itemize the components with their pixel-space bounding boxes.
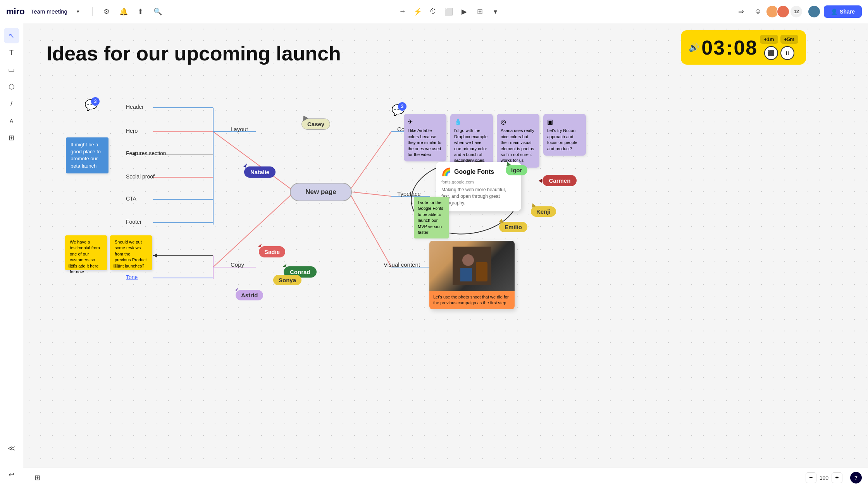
reaction-icon[interactable]: ☺ bbox=[751, 5, 765, 19]
social-proof-item: Social proof bbox=[126, 173, 155, 180]
chat-bubble-badge-2: 3 bbox=[398, 102, 406, 111]
timer-add-1m[interactable]: +1m bbox=[760, 35, 778, 44]
page-title: Ideas for our upcoming launch bbox=[46, 42, 341, 65]
footer-item: Footer bbox=[126, 219, 141, 225]
timer-sound-icon[interactable]: 🔊 bbox=[689, 43, 699, 53]
undo-tool[interactable]: ↩ bbox=[4, 467, 19, 482]
airtable-card: ✈ I like Airtable colors because they ar… bbox=[404, 114, 446, 161]
testimonial-sticky: We have a testimonial from one of our cu… bbox=[65, 235, 107, 270]
features-item: Features section bbox=[126, 150, 166, 156]
timer-icon[interactable]: ⏱ bbox=[426, 5, 440, 19]
avatar-2[interactable] bbox=[777, 5, 790, 18]
frame-icon[interactable]: ⬜ bbox=[442, 5, 456, 19]
zoom-out-button[interactable]: − bbox=[806, 472, 816, 483]
cta-item: CTA bbox=[126, 195, 136, 202]
chat-bubble-1[interactable]: 💬 3 bbox=[84, 99, 98, 111]
current-user-avatar[interactable] bbox=[808, 5, 821, 18]
svg-line-10 bbox=[349, 132, 391, 192]
natalie-label: Natalie bbox=[244, 166, 276, 178]
google-fonts-url: fonts.google.com bbox=[441, 180, 516, 184]
layout-branch-label: Layout bbox=[231, 126, 248, 132]
zoom-controls: − 100 + ? bbox=[806, 472, 862, 484]
tone-item[interactable]: Tone bbox=[126, 274, 138, 280]
board-dropdown-icon[interactable]: ▾ bbox=[72, 5, 84, 18]
avatar-group: 12 bbox=[768, 5, 803, 18]
carmen-label: Carmen bbox=[542, 175, 577, 186]
emilio-cursor: Emilio bbox=[499, 219, 527, 232]
share-label: Share bbox=[840, 9, 855, 15]
board-name[interactable]: Team meeting bbox=[31, 8, 67, 15]
toolbar-right: ⇒ ☺ 12 👤 Share bbox=[734, 5, 862, 19]
help-button[interactable]: ? bbox=[850, 472, 862, 484]
vote-sticky: I vote for the Google Fonts to be able t… bbox=[414, 197, 449, 238]
timer-stop-button[interactable]: ⬛ bbox=[764, 46, 778, 60]
astrid-cursor: Astrid bbox=[236, 287, 263, 300]
typeface-branch-label: Typeface bbox=[397, 190, 421, 197]
center-node[interactable]: New page bbox=[290, 183, 352, 201]
avatar-count[interactable]: 12 bbox=[790, 5, 803, 18]
timer-pause-button[interactable]: ⏸ bbox=[780, 46, 794, 60]
text-tool[interactable]: T bbox=[4, 45, 19, 60]
svg-point-23 bbox=[462, 254, 474, 266]
kenji-label: Kenji bbox=[531, 206, 556, 217]
visual-content-card[interactable]: Let's use the photo shoot that we did fo… bbox=[429, 241, 515, 309]
visual-content-branch-label: Visual content bbox=[384, 261, 420, 268]
shape-tool[interactable]: ⬡ bbox=[4, 79, 19, 94]
google-fonts-subtitle: Making the web more beautiful, fast, and… bbox=[441, 187, 516, 206]
dropbox-card: 💧 I'd go with the Dropbox example when w… bbox=[450, 114, 493, 168]
marker-tool[interactable]: A bbox=[4, 113, 19, 129]
arrow-tool-icon[interactable]: → bbox=[395, 5, 409, 19]
follow-icon[interactable]: ⇒ bbox=[734, 5, 748, 19]
svg-rect-24 bbox=[460, 268, 472, 281]
canvas: 🔊 03 : 08 +1m +5m ⬛ ⏸ Ideas for our upco… bbox=[23, 23, 868, 468]
notifications-icon[interactable]: 🔔 bbox=[117, 5, 130, 18]
testimonial-text: We have a testimonial from one of our cu… bbox=[70, 240, 100, 274]
upload-icon[interactable]: ⬆ bbox=[134, 5, 147, 18]
image-placeholder bbox=[429, 241, 515, 291]
timer-colon: : bbox=[726, 36, 733, 59]
svg-marker-17 bbox=[153, 254, 157, 257]
zoom-value: 100 bbox=[820, 475, 828, 481]
toggle-sidebar-icon[interactable]: ⊞ bbox=[29, 470, 45, 485]
hero-item: Hero bbox=[126, 128, 138, 134]
present-icon[interactable]: ▶ bbox=[457, 5, 471, 19]
casey-label: Casey bbox=[301, 118, 330, 130]
lightning-icon[interactable]: ⚡ bbox=[411, 5, 425, 19]
asana-card-text: Asana uses really nice colors but their … bbox=[501, 128, 536, 163]
miro-logo[interactable]: miro bbox=[6, 7, 25, 17]
carmen-cursor: Carmen bbox=[539, 175, 577, 186]
main-toolbar: miro Team meeting ▾ ⚙ 🔔 ⬆ 🔍 → ⚡ ⏱ ⬜ ▶ ⊞ … bbox=[0, 0, 868, 23]
google-fonts-title: Google Fonts bbox=[454, 168, 494, 175]
kenji-cursor: Kenji bbox=[531, 203, 556, 217]
image-note: Let's use the photo shoot that we did fo… bbox=[429, 291, 515, 309]
expand-tools[interactable]: ≪ bbox=[4, 441, 19, 456]
zoom-in-button[interactable]: + bbox=[832, 472, 842, 483]
svg-line-20 bbox=[349, 192, 391, 267]
timer-minutes: 03 bbox=[701, 36, 725, 59]
center-node-label: New page bbox=[305, 188, 336, 196]
vote-sticky-text: I vote for the Google Fonts to be able t… bbox=[418, 200, 443, 235]
svg-rect-25 bbox=[476, 262, 487, 281]
select-tool[interactable]: ↖ bbox=[4, 28, 19, 43]
copy-branch-label: Copy bbox=[231, 261, 244, 268]
settings-icon[interactable]: ⚙ bbox=[100, 5, 113, 18]
timer-widget[interactable]: 🔊 03 : 08 +1m +5m ⬛ ⏸ bbox=[681, 30, 806, 65]
grid-icon[interactable]: ⊞ bbox=[473, 5, 487, 19]
timer-add-5m[interactable]: +5m bbox=[780, 35, 798, 44]
chat-bubble-2[interactable]: 💬 3 bbox=[391, 104, 405, 117]
sticky-tool[interactable]: ▭ bbox=[4, 62, 19, 77]
beta-sticky-text: It might be a good place to promote our … bbox=[71, 142, 101, 169]
share-button[interactable]: 👤 Share bbox=[824, 5, 862, 18]
board-content: Ideas for our upcoming launch bbox=[23, 23, 868, 468]
igor-cursor: Igor bbox=[506, 162, 527, 175]
notion-card-text: Let's try Notion approach and focus on p… bbox=[547, 128, 582, 152]
search-icon[interactable]: 🔍 bbox=[152, 5, 164, 18]
image-note-text: Let's use the photo shoot that we did fo… bbox=[433, 295, 509, 305]
timer-seconds: 08 bbox=[734, 36, 758, 59]
asana-card: ◎ Asana uses really nice colors but thei… bbox=[497, 114, 539, 168]
more-toolbar-icon[interactable]: ▾ bbox=[488, 5, 502, 19]
pen-tool[interactable]: / bbox=[4, 96, 19, 111]
google-fonts-logo: 🌈 bbox=[441, 167, 451, 177]
emilio-label: Emilio bbox=[499, 222, 527, 232]
frame-tool[interactable]: ⊞ bbox=[4, 130, 19, 146]
